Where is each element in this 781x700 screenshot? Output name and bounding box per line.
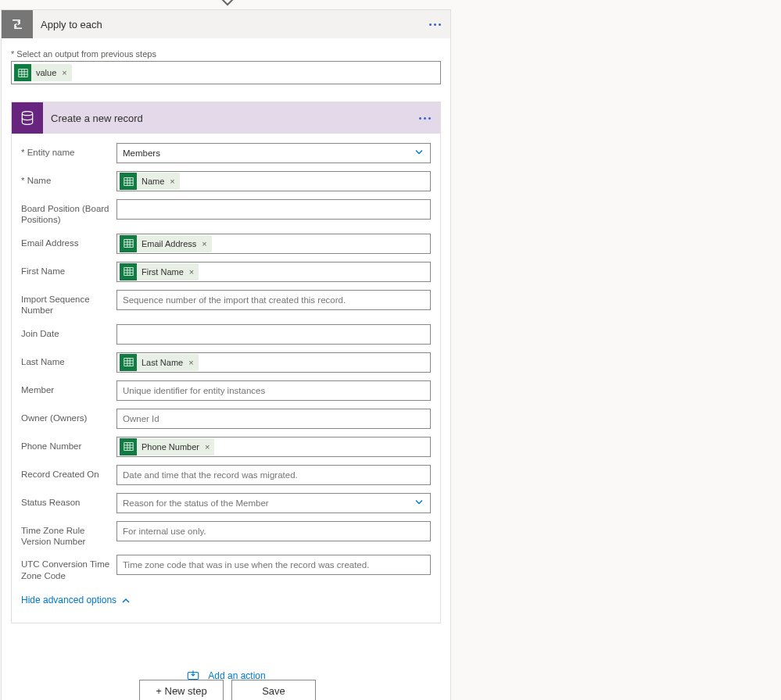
last-name-input-wrap[interactable]: Last Name × [116, 352, 431, 373]
apply-to-each-header[interactable]: Apply to each [2, 10, 450, 38]
token-value-label: value [36, 68, 60, 77]
email-label: Email Address [21, 234, 116, 248]
create-record-title: Create a new record [43, 112, 412, 124]
svg-rect-21 [124, 359, 132, 366]
record-created-input[interactable] [116, 465, 431, 485]
entity-name-label: * Entity name [21, 143, 116, 158]
create-record-card: Create a new record * Entity name [11, 102, 441, 623]
svg-rect-6 [124, 177, 132, 185]
board-position-input[interactable] [116, 199, 431, 220]
chevron-down-icon [414, 497, 424, 509]
excel-icon [120, 354, 137, 371]
svg-point-5 [22, 112, 32, 116]
token-phone-remove[interactable]: × [203, 442, 214, 452]
name-label: * Name [21, 171, 116, 186]
utc-label: UTC Conversion Time Zone Code [21, 555, 116, 581]
apply-to-each-menu[interactable] [422, 23, 447, 26]
token-email[interactable]: Email Address × [120, 235, 212, 252]
token-last-name[interactable]: Last Name × [120, 354, 199, 371]
name-input-wrap[interactable]: Name × [116, 171, 431, 191]
new-step-button[interactable]: + New step [139, 680, 224, 700]
svg-rect-26 [124, 443, 132, 451]
entity-name-select[interactable] [116, 143, 431, 163]
import-sequence-input[interactable] [116, 290, 431, 310]
token-value-remove[interactable]: × [60, 68, 71, 77]
excel-icon [120, 438, 137, 455]
token-phone[interactable]: Phone Number × [120, 438, 214, 455]
utc-input[interactable] [116, 555, 431, 575]
join-date-input[interactable] [116, 324, 431, 345]
token-name-remove[interactable]: × [168, 177, 179, 186]
token-name[interactable]: Name × [120, 173, 180, 190]
select-output-input[interactable]: value × [11, 61, 441, 84]
excel-icon [120, 263, 137, 280]
first-name-input-wrap[interactable]: First Name × [116, 262, 431, 282]
svg-rect-11 [124, 240, 132, 248]
join-date-label: Join Date [21, 324, 116, 339]
token-value[interactable]: value × [14, 64, 72, 81]
owner-input[interactable] [116, 409, 431, 429]
token-email-remove[interactable]: × [200, 239, 211, 248]
chevron-up-icon [121, 594, 131, 605]
save-button[interactable]: Save [231, 680, 316, 700]
connector-arrow-down [220, 0, 235, 9]
status-reason-select[interactable] [116, 493, 431, 513]
create-record-header[interactable]: Create a new record [12, 102, 440, 134]
database-icon [12, 102, 43, 134]
record-created-label: Record Created On [21, 465, 116, 480]
member-input[interactable] [116, 380, 431, 401]
apply-to-each-title: Apply to each [33, 19, 422, 30]
select-output-label: * Select an output from previous steps [11, 49, 441, 59]
apply-to-each-card: Apply to each * Select an output from pr… [1, 9, 451, 700]
email-input-wrap[interactable]: Email Address × [116, 234, 431, 254]
excel-icon [120, 235, 137, 252]
entity-name-input[interactable] [120, 146, 428, 160]
import-sequence-label: Import Sequence Number [21, 290, 116, 316]
token-first-remove[interactable]: × [188, 267, 199, 277]
loop-icon [2, 10, 33, 38]
token-last-remove[interactable]: × [187, 358, 198, 367]
first-name-label: First Name [21, 262, 116, 277]
phone-input-wrap[interactable]: Phone Number × [116, 437, 431, 457]
hide-advanced-link[interactable]: Hide advanced options [21, 589, 431, 610]
chevron-down-icon [414, 148, 424, 159]
svg-rect-0 [18, 69, 27, 77]
svg-rect-16 [124, 268, 132, 276]
excel-icon [14, 64, 31, 81]
footer-buttons: + New step Save [139, 680, 316, 700]
tz-rule-label: Time Zone Rule Version Number [21, 521, 116, 548]
create-record-menu[interactable] [412, 117, 437, 120]
owner-label: Owner (Owners) [21, 409, 116, 423]
token-first-name[interactable]: First Name × [120, 263, 199, 280]
last-name-label: Last Name [21, 352, 116, 367]
phone-label: Phone Number [21, 437, 116, 452]
tz-rule-input[interactable] [116, 521, 431, 541]
status-reason-label: Status Reason [21, 493, 116, 508]
excel-icon [120, 173, 137, 190]
board-position-label: Board Position (Board Positions) [21, 199, 116, 226]
member-label: Member [21, 380, 116, 395]
